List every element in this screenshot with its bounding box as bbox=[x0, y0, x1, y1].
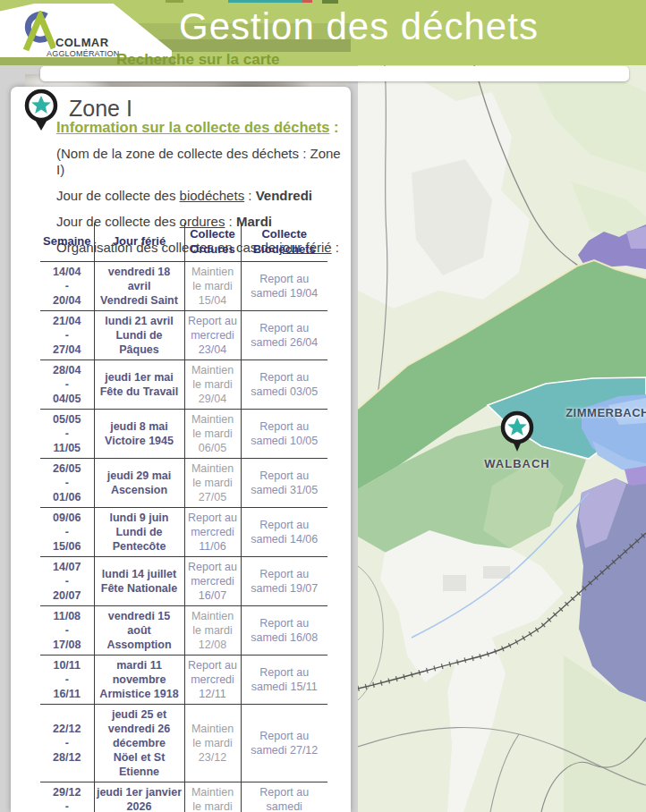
table-row: 28/04-04/05jeudi 1er maiFête du TravailM… bbox=[40, 360, 327, 410]
holiday-cell: jeudi 1er maiFête du Travail bbox=[94, 360, 184, 410]
week-cell: 21/04-27/04 bbox=[40, 311, 94, 360]
map-label-zimmerbach: ZIMMERBACH bbox=[565, 406, 646, 419]
cutoff-tab-remnant[interactable] bbox=[228, 0, 302, 3]
zone-note: (Nom de la zone de collecte des déchets … bbox=[56, 146, 341, 178]
table-row: 05/05-11/05jeudi 8 maiVictoire 1945Maint… bbox=[40, 410, 327, 459]
table-header-row: Semaine Jour férié Collecte Ordures Coll… bbox=[40, 223, 327, 262]
app-header: Gestion des déchets COLMAR AGGLOMÉRATION bbox=[0, 0, 646, 65]
week-cell: 28/04-04/05 bbox=[40, 360, 94, 410]
page-title: Gestion des déchets bbox=[179, 5, 539, 48]
map-graphics bbox=[358, 65, 646, 812]
biodechets-cell: Report au samedi 31/05 bbox=[241, 459, 327, 508]
biodechets-cell: Report au samedi 14/06 bbox=[241, 508, 327, 557]
ordures-cell: Maintien le mardi 12/08 bbox=[184, 606, 241, 656]
col-header-jour-ferie: Jour férié bbox=[94, 223, 184, 262]
table-row: 10/11-16/11mardi 11 novembreArmistice 19… bbox=[40, 656, 327, 705]
colmar-agglo-logo-icon bbox=[20, 11, 55, 52]
ordures-cell: Maintien le mardi 23/12 bbox=[184, 705, 241, 782]
holiday-schedule-table: Semaine Jour férié Collecte Ordures Coll… bbox=[40, 223, 327, 812]
zone-title: Zone I bbox=[69, 96, 132, 122]
table-row: 11/08-17/08vendredi 15 aoûtAssomptionMai… bbox=[40, 606, 327, 656]
week-cell: 10/11-16/11 bbox=[40, 656, 94, 705]
ordures-cell: Report au mercredi 23/04 bbox=[184, 311, 241, 360]
biodechets-cell: Report au samedi 27/12 bbox=[241, 705, 327, 782]
holiday-table-body: 14/04-20/04vendredi 18 avrilVendredi Sai… bbox=[40, 262, 327, 812]
ordures-cell: Report au mercredi 16/07 bbox=[184, 557, 241, 606]
holiday-cell: lundi 21 avrilLundi de Pâques bbox=[94, 311, 184, 360]
biodechets-link[interactable]: biodéchets bbox=[180, 188, 245, 203]
biodechets-cell: Report au samedi 19/04 bbox=[241, 262, 327, 311]
table-row: 22/12-28/12jeudi 25 et vendredi 26 décem… bbox=[40, 705, 327, 782]
ordures-cell: Maintien le mardi 30/12 bbox=[184, 782, 241, 812]
col-header-biodechets: Collecte Biodéchets bbox=[241, 223, 327, 262]
table-row: 09/06-15/06lundi 9 juinLundi de Pentecôt… bbox=[40, 508, 327, 557]
week-cell: 22/12-28/12 bbox=[40, 705, 94, 782]
cutoff-toolbar-remnant bbox=[322, 0, 338, 4]
biodechets-cell: Report au samedi 10/05 bbox=[241, 410, 327, 459]
week-cell: 09/06-15/06 bbox=[40, 508, 94, 557]
biodechets-cell: Report au samedi 03/05 bbox=[241, 360, 327, 410]
logo-name: COLMAR bbox=[55, 36, 108, 49]
biodechets-cell: Report au samedi 19/07 bbox=[241, 557, 327, 606]
zone-marker-icon bbox=[22, 88, 60, 132]
holiday-cell: vendredi 18 avrilVendredi Saint bbox=[94, 262, 184, 311]
table-row: 26/05-01/06jeudi 29 maiAscensionMaintien… bbox=[40, 459, 327, 508]
holiday-cell: mardi 11 novembreArmistice 1918 bbox=[94, 656, 184, 705]
week-cell: 26/05-01/06 bbox=[40, 459, 94, 508]
holiday-cell: jeudi 1er janvier 2026Jour de l'An bbox=[94, 782, 184, 812]
table-row: 14/07-20/07lundi 14 juilletFête National… bbox=[40, 557, 327, 606]
table-row: 29/12-04/01jeudi 1er janvier 2026Jour de… bbox=[40, 782, 327, 812]
zone-info-panel: Zone I Information sur la collecte des d… bbox=[11, 87, 351, 812]
col-header-semaine: Semaine bbox=[40, 223, 94, 262]
table-row: 14/04-20/04vendredi 18 avrilVendredi Sai… bbox=[40, 262, 327, 311]
biodechets-cell: Report au samedi 26/04 bbox=[241, 311, 327, 360]
holiday-cell: lundi 9 juinLundi de Pentecôte bbox=[94, 508, 184, 557]
holiday-cell: jeudi 8 maiVictoire 1945 bbox=[94, 410, 184, 459]
search-on-map-label[interactable]: Recherche sur la carte bbox=[116, 51, 279, 69]
week-cell: 11/08-17/08 bbox=[40, 606, 94, 656]
info-heading-text: Information sur la collecte des déchets bbox=[56, 119, 329, 135]
ordures-cell: Maintien le mardi 15/04 bbox=[184, 262, 241, 311]
logo-plate[interactable]: COLMAR AGGLOMÉRATION bbox=[0, 4, 172, 57]
map-canvas[interactable]: ZIMMERBACH WALBACH bbox=[358, 65, 646, 812]
ordures-cell: Maintien le mardi 29/04 bbox=[184, 360, 241, 410]
ordures-cell: Report au mercredi 11/06 bbox=[184, 508, 241, 557]
week-cell: 14/07-20/07 bbox=[40, 557, 94, 606]
week-cell: 05/05-11/05 bbox=[40, 410, 94, 459]
holiday-cell: jeudi 25 et vendredi 26 décembreNöel et … bbox=[94, 705, 184, 782]
holiday-cell: lundi 14 juilletFête Nationale bbox=[94, 557, 184, 606]
week-cell: 14/04-20/04 bbox=[40, 262, 94, 311]
week-cell: 29/12-04/01 bbox=[40, 782, 94, 812]
map-label-walbach: WALBACH bbox=[465, 457, 569, 470]
biodechets-cell: Report au samedi 16/08 bbox=[241, 606, 327, 656]
col-header-ordures: Collecte Ordures bbox=[184, 223, 241, 262]
biodechets-cell: Report au samedi 15/11 bbox=[241, 656, 327, 705]
info-heading-link[interactable]: Information sur la collecte des déchets … bbox=[56, 119, 341, 136]
biowaste-day-line: Jour de collecte des biodéchets : Vendre… bbox=[56, 188, 341, 204]
biodechets-cell: Report au samedi 03/01/2026 bbox=[241, 782, 327, 812]
biowaste-day-value: Vendredi bbox=[256, 188, 312, 203]
holiday-cell: vendredi 15 aoûtAssomption bbox=[94, 606, 184, 656]
logo-subname: AGGLOMÉRATION bbox=[47, 49, 119, 58]
holiday-cell: jeudi 29 maiAscension bbox=[94, 459, 184, 508]
ordures-cell: Report au mercredi 12/11 bbox=[184, 656, 241, 705]
cutoff-close-remnant[interactable] bbox=[302, 0, 312, 3]
ordures-cell: Maintien le mardi 06/05 bbox=[184, 410, 241, 459]
cutoff-toolbar-remnant bbox=[166, 0, 183, 3]
table-row: 21/04-27/04lundi 21 avrilLundi de Pâques… bbox=[40, 311, 327, 360]
info-heading-colon: : bbox=[329, 119, 338, 135]
ordures-cell: Maintien le mardi 27/05 bbox=[184, 459, 241, 508]
